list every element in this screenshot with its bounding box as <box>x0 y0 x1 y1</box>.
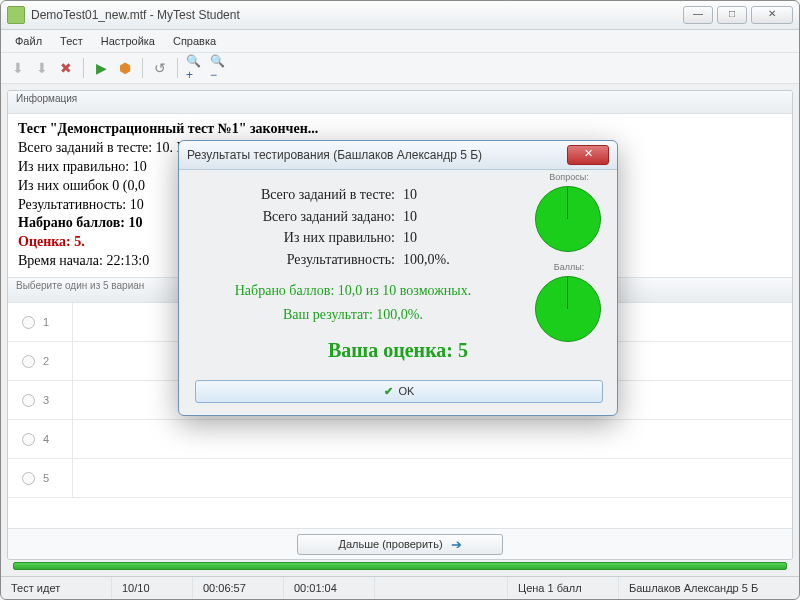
next-bar: Дальше (проверить) ➔ <box>8 528 792 559</box>
ok-button[interactable]: ✔ OK <box>195 380 603 403</box>
maximize-button[interactable]: □ <box>717 6 747 24</box>
m-val: 100,0%. <box>403 249 463 271</box>
score-line-b: Ваш результат: 100,0%. <box>195 307 511 323</box>
toolbar: ⬇ ⬇ ✖ ▶ ⬢ ↺ 🔍+ 🔍− <box>1 53 799 84</box>
tool-refresh-icon[interactable]: ↺ <box>151 59 169 77</box>
answer-num: 3 <box>43 394 49 406</box>
statusbar: Тест идет 10/10 00:06:57 00:01:04 Цена 1… <box>1 576 799 599</box>
menu-test[interactable]: Тест <box>52 32 91 50</box>
tool-stop-icon[interactable]: ✖ <box>57 59 75 77</box>
score-line-a: Набрано баллов: 10,0 из 10 возможных. <box>195 283 511 299</box>
radio-icon[interactable] <box>22 433 35 446</box>
results-dialog: Результаты тестирования (Башлаков Алекса… <box>178 140 618 416</box>
menubar: Файл Тест Настройка Справка <box>1 30 799 53</box>
status-state: Тест идет <box>1 577 112 599</box>
close-button[interactable]: ✕ <box>751 6 793 24</box>
zoom-out-icon[interactable]: 🔍− <box>210 59 228 77</box>
status-spacer <box>375 577 508 599</box>
answer-row[interactable]: 5 <box>8 459 792 498</box>
tool-play-icon[interactable]: ▶ <box>92 59 110 77</box>
minimize-button[interactable]: — <box>683 6 713 24</box>
next-button[interactable]: Дальше (проверить) ➔ <box>297 534 502 555</box>
app-icon <box>7 6 25 24</box>
next-label: Дальше (проверить) <box>338 538 442 550</box>
info-score: Набрано баллов: 10 <box>18 215 142 230</box>
status-progress: 10/10 <box>112 577 193 599</box>
m-val: 10 <box>403 227 463 249</box>
progress-bar <box>13 562 787 570</box>
radio-icon[interactable] <box>22 316 35 329</box>
dialog-title: Результаты тестирования (Башлаков Алекса… <box>187 148 567 162</box>
window-title: DemoTest01_new.mtf - MyTest Student <box>31 8 683 22</box>
radio-icon[interactable] <box>22 472 35 485</box>
separator <box>177 58 178 78</box>
status-price: Цена 1 балл <box>508 577 619 599</box>
check-icon: ✔ <box>384 385 393 398</box>
tool-2-icon[interactable]: ⬇ <box>33 59 51 77</box>
status-user: Башлаков Александр 5 Б <box>619 577 799 599</box>
info-title: Тест "Демонстрационный тест №1" закончен… <box>18 121 318 136</box>
titlebar: DemoTest01_new.mtf - MyTest Student — □ … <box>1 1 799 30</box>
separator <box>142 58 143 78</box>
answer-num: 4 <box>43 433 49 445</box>
dialog-close-button[interactable]: ✕ <box>567 145 609 165</box>
status-last: 00:01:04 <box>284 577 375 599</box>
grade-line: Ваша оценка: 5 <box>195 339 601 362</box>
status-elapsed: 00:06:57 <box>193 577 284 599</box>
m-lbl: Результативность: <box>195 249 403 271</box>
answer-row[interactable]: 4 <box>8 420 792 459</box>
m-lbl: Всего заданий в тесте: <box>195 184 403 206</box>
m-lbl: Всего заданий задано: <box>195 206 403 228</box>
zoom-in-icon[interactable]: 🔍+ <box>186 59 204 77</box>
tool-1-icon[interactable]: ⬇ <box>9 59 27 77</box>
answer-num: 1 <box>43 316 49 328</box>
pie1-label: Вопросы: <box>537 172 601 182</box>
dialog-titlebar: Результаты тестирования (Башлаков Алекса… <box>179 141 617 170</box>
answer-num: 2 <box>43 355 49 367</box>
m-lbl: Из них правильно: <box>195 227 403 249</box>
m-val: 10 <box>403 184 463 206</box>
radio-icon[interactable] <box>22 394 35 407</box>
radio-icon[interactable] <box>22 355 35 368</box>
separator <box>83 58 84 78</box>
ok-label: OK <box>399 385 415 397</box>
menu-file[interactable]: Файл <box>7 32 50 50</box>
points-pie-icon <box>535 276 601 342</box>
menu-settings[interactable]: Настройка <box>93 32 163 50</box>
pie2-label: Баллы: <box>537 262 601 272</box>
tool-hex-icon[interactable]: ⬢ <box>116 59 134 77</box>
m-val: 10 <box>403 206 463 228</box>
menu-help[interactable]: Справка <box>165 32 224 50</box>
panel-header: Информация <box>8 91 792 114</box>
arrow-right-icon: ➔ <box>451 537 462 552</box>
questions-pie-icon <box>535 186 601 252</box>
answer-num: 5 <box>43 472 49 484</box>
